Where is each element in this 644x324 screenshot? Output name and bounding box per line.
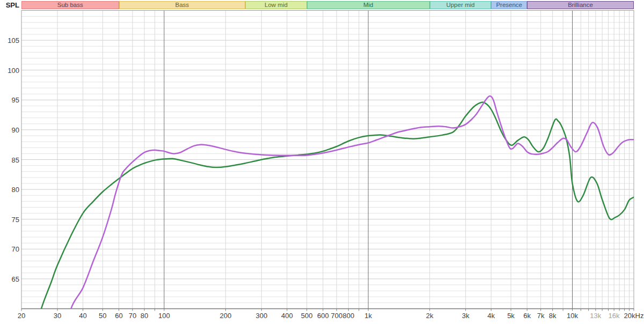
x-tick-label: 200 bbox=[208, 312, 243, 320]
y-tick-label: 75 bbox=[0, 215, 19, 223]
frequency-response-chart: SPL Sub bassBassLow midMidUpper midPrese… bbox=[0, 0, 644, 324]
plot-area bbox=[0, 0, 644, 324]
x-tick-label: 20 bbox=[4, 312, 39, 320]
y-tick-label: 80 bbox=[0, 186, 19, 194]
band-mid: Mid bbox=[307, 1, 430, 9]
band-low-mid: Low mid bbox=[245, 1, 307, 9]
x-tick-label: 2k bbox=[413, 312, 447, 320]
x-tick-label: 20kHz bbox=[617, 312, 644, 320]
y-tick-label: 90 bbox=[0, 126, 19, 134]
y-tick-label: 65 bbox=[0, 275, 19, 283]
y-tick-label: 105 bbox=[0, 36, 19, 45]
band-bass: Bass bbox=[119, 1, 246, 9]
y-tick-label: 100 bbox=[0, 66, 19, 74]
y-tick-label: 95 bbox=[0, 96, 19, 104]
band-upper-mid: Upper mid bbox=[430, 1, 492, 9]
band-presence: Presence bbox=[491, 1, 527, 9]
curve-purple bbox=[66, 96, 634, 324]
spl-axis-title: SPL bbox=[0, 1, 19, 9]
y-tick-label: 85 bbox=[0, 156, 19, 164]
band-sub-bass: Sub bass bbox=[21, 1, 119, 9]
band-brilliance: Brilliance bbox=[527, 1, 634, 9]
x-tick-label: 100 bbox=[147, 312, 181, 320]
x-tick-label: 1k bbox=[351, 312, 385, 320]
y-tick-label: 70 bbox=[0, 245, 19, 253]
